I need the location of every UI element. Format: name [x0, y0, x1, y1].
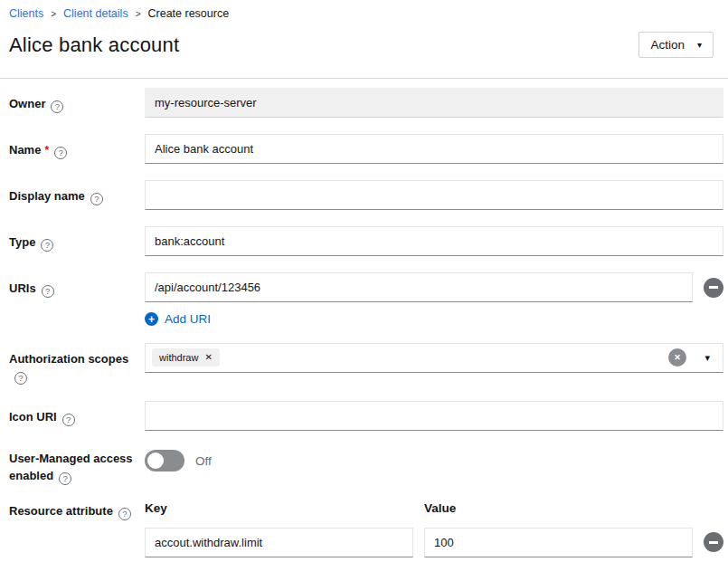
breadcrumb: Clients > Client details > Create resour…: [0, 0, 728, 20]
scope-chip: withdraw ✕: [152, 348, 220, 367]
uma-label-line1: User-Managed access: [9, 451, 145, 468]
resource-attribute-label-text: Resource attribute: [9, 504, 113, 518]
display-name-input[interactable]: [145, 180, 723, 210]
owner-label-text: Owner: [9, 97, 45, 110]
display-name-label-text: Display name: [9, 189, 85, 203]
help-icon[interactable]: ?: [54, 147, 67, 159]
uma-control: Off: [145, 447, 723, 472]
authorization-scopes-label-text: Authorization scopes: [9, 352, 128, 366]
uma-label-line2: enabled?: [9, 468, 145, 485]
owner-label: Owner?: [9, 88, 145, 113]
add-uri-button[interactable]: + Add URI: [145, 312, 211, 326]
uris-label: URIs?: [9, 272, 145, 298]
icon-uri-input[interactable]: [145, 401, 723, 431]
help-icon[interactable]: ?: [51, 100, 63, 113]
attribute-key-input[interactable]: [145, 528, 413, 557]
remove-attribute-button[interactable]: [704, 532, 723, 552]
scope-chip-label: withdraw: [159, 352, 198, 363]
name-row: Name*?: [9, 134, 723, 164]
uri-input[interactable]: [145, 272, 693, 302]
attribute-value-input[interactable]: [424, 528, 693, 557]
scopes-multiselect-input[interactable]: withdraw ✕ ✕ ▾: [145, 343, 723, 373]
page-title: Alice bank account: [9, 33, 179, 57]
resource-attribute-label: Resource attribute?: [9, 501, 145, 520]
authorization-scopes-row: Authorization scopes? withdraw ✕ ✕ ▾: [9, 343, 723, 386]
uma-toggle-switch[interactable]: [145, 450, 184, 472]
name-input[interactable]: [145, 134, 723, 164]
type-input[interactable]: [145, 226, 723, 256]
uris-control: + Add URI: [145, 272, 723, 327]
chevron-down-icon[interactable]: ▾: [704, 353, 710, 363]
name-label: Name*?: [9, 134, 145, 159]
owner-input: [145, 88, 723, 118]
display-name-control: [145, 180, 723, 210]
authorization-scopes-label: Authorization scopes?: [9, 343, 145, 386]
type-label-text: Type: [9, 235, 35, 249]
uma-label-line2-text: enabled: [9, 469, 53, 482]
name-control: [145, 134, 723, 164]
help-icon[interactable]: ?: [41, 239, 53, 252]
attribute-grid: Key Value: [145, 501, 723, 557]
name-label-text: Name: [9, 143, 41, 157]
help-icon[interactable]: ?: [14, 372, 27, 385]
icon-uri-control: [145, 401, 723, 431]
uma-toggle-row: Off: [145, 447, 723, 472]
uma-toggle-state: Off: [195, 454, 212, 468]
breadcrumb-client-details[interactable]: Client details: [63, 7, 128, 20]
help-icon[interactable]: ?: [59, 472, 71, 485]
help-icon[interactable]: ?: [62, 414, 75, 426]
attribute-key-header: Key: [145, 501, 413, 515]
help-icon[interactable]: ?: [118, 508, 131, 520]
required-asterisk: *: [44, 144, 49, 157]
uris-row: URIs? + Add URI: [9, 272, 723, 327]
breadcrumb-clients[interactable]: Clients: [9, 7, 43, 20]
breadcrumb-create-resource: Create resource: [147, 7, 229, 20]
uris-label-text: URIs: [9, 281, 36, 295]
display-name-label: Display name?: [9, 180, 145, 205]
uma-label: User-Managed access enabled?: [9, 447, 145, 485]
breadcrumb-separator-icon: >: [51, 9, 56, 19]
plus-circle-icon: +: [145, 312, 158, 326]
owner-control: [145, 88, 723, 118]
clear-all-icon[interactable]: ✕: [668, 348, 686, 367]
add-uri-label: Add URI: [165, 312, 211, 326]
type-row: Type?: [9, 226, 723, 256]
page-header: Alice bank account Action ▾: [0, 20, 728, 58]
help-icon[interactable]: ?: [42, 285, 54, 298]
action-dropdown-button[interactable]: Action ▾: [638, 32, 714, 58]
resource-attribute-row: Resource attribute? Key Value: [9, 501, 723, 557]
help-icon[interactable]: ?: [90, 193, 103, 205]
action-dropdown-label: Action: [650, 38, 685, 52]
remove-uri-button[interactable]: [704, 278, 723, 298]
chevron-down-icon: ▾: [697, 41, 702, 50]
type-control: [145, 226, 723, 256]
resource-attribute-control: Key Value: [145, 501, 723, 557]
breadcrumb-separator-icon: >: [136, 9, 141, 19]
icon-uri-label: Icon URI?: [9, 401, 145, 426]
icon-uri-row: Icon URI?: [9, 401, 723, 431]
owner-row: Owner?: [9, 88, 723, 118]
authorization-scopes-control: withdraw ✕ ✕ ▾: [145, 343, 723, 373]
icon-uri-label-text: Icon URI: [9, 410, 57, 424]
uri-input-row: [145, 272, 723, 302]
resource-form: Owner? Name*? Display name?: [0, 79, 728, 557]
display-name-row: Display name?: [9, 180, 723, 210]
create-resource-page: Clients > Client details > Create resour…: [0, 0, 728, 562]
uma-row: User-Managed access enabled? Off: [9, 447, 723, 485]
attribute-value-header: Value: [424, 501, 693, 515]
type-label: Type?: [9, 226, 145, 252]
close-icon[interactable]: ✕: [204, 353, 212, 362]
toggle-knob: [147, 452, 164, 469]
